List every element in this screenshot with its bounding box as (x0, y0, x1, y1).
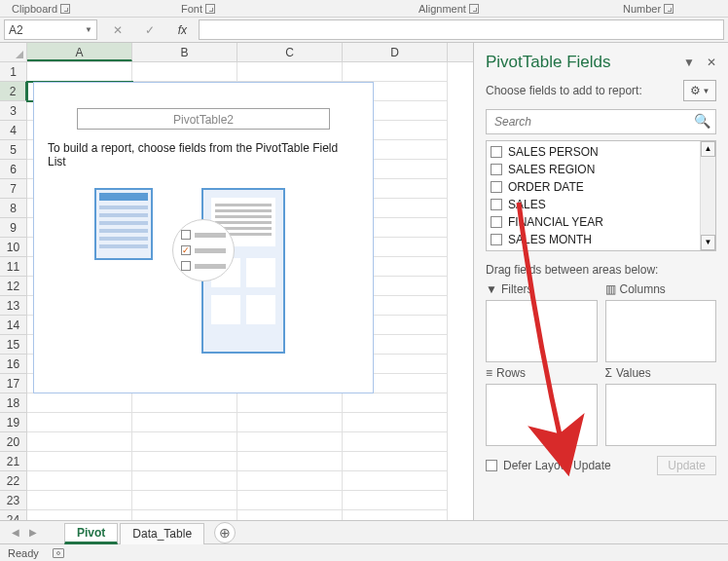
row-header[interactable]: 15 (0, 335, 27, 355)
pane-options-button[interactable]: ▼ (683, 56, 695, 69)
select-all-triangle[interactable] (0, 43, 27, 61)
row-header[interactable]: 6 (0, 160, 27, 179)
cell[interactable] (132, 393, 237, 413)
cell[interactable] (343, 471, 448, 491)
field-search-input[interactable] (486, 109, 716, 134)
pivottable-placeholder[interactable]: PivotTable2 To build a report, choose fi… (33, 82, 374, 393)
new-sheet-button[interactable]: ⊕ (214, 522, 236, 543)
cell[interactable] (343, 62, 448, 82)
row-header[interactable]: 22 (0, 471, 27, 491)
spreadsheet-grid[interactable]: ABCD 12345678910111213141516171819202122… (0, 43, 473, 520)
row-header[interactable]: 10 (0, 238, 27, 257)
cell[interactable] (132, 491, 237, 510)
cell[interactable] (27, 491, 132, 510)
cell[interactable] (27, 62, 132, 82)
cell[interactable] (132, 452, 237, 471)
scroll-up-button[interactable]: ▲ (701, 141, 715, 157)
row-header[interactable]: 9 (0, 218, 27, 238)
field-item[interactable]: SALES MONTH (491, 231, 696, 248)
column-header[interactable]: C (237, 43, 343, 61)
field-item[interactable]: ORDER DATE (491, 178, 696, 196)
row-header[interactable]: 4 (0, 121, 27, 140)
cell[interactable] (343, 393, 448, 413)
tab-nav-next[interactable]: ▶ (25, 524, 41, 542)
row-header[interactable]: 20 (0, 432, 27, 452)
field-checkbox[interactable] (491, 199, 502, 210)
column-header[interactable]: D (343, 43, 448, 61)
row-header[interactable]: 2 (0, 82, 27, 101)
field-checkbox[interactable] (491, 216, 502, 228)
cell[interactable] (237, 471, 343, 491)
row-header[interactable]: 23 (0, 491, 27, 510)
row-header[interactable]: 1 (0, 62, 27, 82)
name-box[interactable]: A2 ▼ (4, 19, 97, 40)
cell[interactable] (237, 62, 343, 82)
row-header[interactable]: 21 (0, 452, 27, 471)
column-header[interactable]: A (27, 43, 132, 61)
pane-layout-button[interactable]: ⚙ ▼ (683, 80, 716, 101)
cell[interactable] (237, 452, 343, 471)
cell[interactable] (237, 393, 343, 413)
filters-drop-area[interactable] (486, 300, 598, 362)
field-checkbox[interactable] (491, 146, 502, 158)
cell[interactable] (27, 510, 132, 520)
cell[interactable] (132, 413, 237, 432)
cell[interactable] (343, 452, 448, 471)
defer-update-checkbox[interactable] (486, 460, 497, 471)
cell[interactable] (27, 452, 132, 471)
row-header[interactable]: 8 (0, 199, 27, 218)
clipboard-dialog-icon[interactable] (60, 4, 70, 14)
field-item[interactable]: SALES PERSON (491, 143, 696, 161)
cell[interactable] (237, 510, 343, 520)
row-header[interactable]: 11 (0, 257, 27, 277)
cell[interactable] (343, 510, 448, 520)
macro-record-icon[interactable] (53, 548, 64, 558)
field-checkbox[interactable] (491, 181, 502, 193)
row-header[interactable]: 5 (0, 140, 27, 160)
field-checkbox[interactable] (491, 164, 502, 175)
cell[interactable] (132, 432, 237, 452)
scroll-down-button[interactable]: ▼ (701, 235, 715, 250)
cell[interactable] (237, 491, 343, 510)
cell[interactable] (343, 413, 448, 432)
field-item[interactable]: SALES REGION (491, 161, 696, 178)
row-header[interactable]: 13 (0, 296, 27, 316)
cell[interactable] (27, 471, 132, 491)
chevron-down-icon[interactable]: ▼ (85, 25, 92, 34)
cell[interactable] (132, 471, 237, 491)
formula-bar-input[interactable] (199, 19, 724, 40)
field-checkbox[interactable] (491, 234, 502, 245)
columns-drop-area[interactable] (605, 300, 717, 362)
cell[interactable] (132, 62, 237, 82)
rows-drop-area[interactable] (486, 384, 598, 446)
cell[interactable] (237, 413, 343, 432)
sheet-tab-data-table[interactable]: Data_Table (120, 523, 204, 544)
row-header[interactable]: 7 (0, 179, 27, 199)
row-header[interactable]: 24 (0, 510, 27, 520)
number-dialog-icon[interactable] (664, 4, 673, 14)
insert-function-button[interactable]: fx (172, 20, 192, 40)
sheet-tab-pivot[interactable]: Pivot (64, 523, 118, 544)
row-header[interactable]: 14 (0, 316, 27, 335)
row-header[interactable]: 17 (0, 374, 27, 393)
row-header[interactable]: 16 (0, 355, 27, 374)
row-header[interactable]: 12 (0, 277, 27, 296)
field-item[interactable]: FINANCIAL YEAR (491, 213, 696, 231)
row-header[interactable]: 3 (0, 101, 27, 121)
alignment-dialog-icon[interactable] (469, 4, 479, 14)
cell[interactable] (27, 413, 132, 432)
tab-nav-prev[interactable]: ◀ (8, 524, 23, 542)
field-item[interactable]: SALES (491, 196, 696, 213)
values-drop-area[interactable] (605, 384, 717, 446)
cell[interactable] (132, 510, 237, 520)
cell[interactable] (27, 393, 132, 413)
row-header[interactable]: 18 (0, 393, 27, 413)
cell[interactable] (237, 432, 343, 452)
pane-close-button[interactable]: ✕ (707, 56, 716, 69)
row-header[interactable]: 19 (0, 413, 27, 432)
field-scrollbar[interactable]: ▲ ▼ (700, 141, 715, 250)
column-header[interactable]: B (132, 43, 237, 61)
cell[interactable] (343, 491, 448, 510)
cell[interactable] (343, 432, 448, 452)
cell[interactable] (27, 432, 132, 452)
